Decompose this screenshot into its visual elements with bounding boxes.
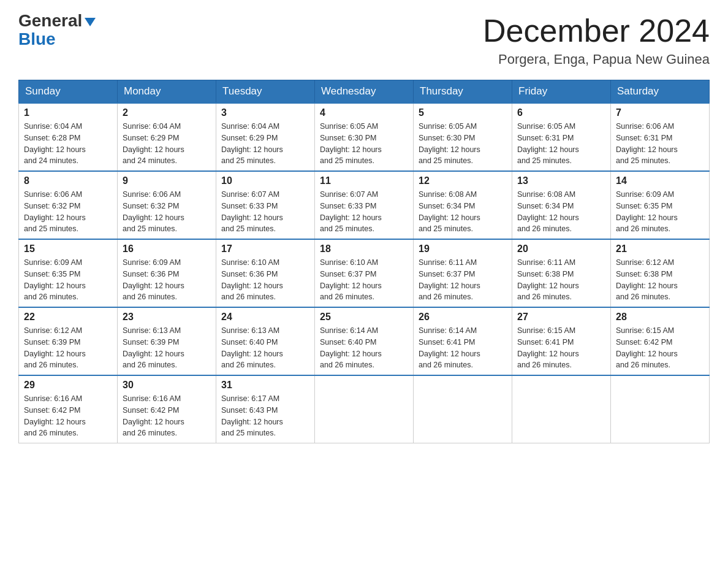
day-number: 29 <box>24 380 112 391</box>
week-row-5: 29 Sunrise: 6:16 AM Sunset: 6:42 PM Dayl… <box>19 375 710 443</box>
day-info: Sunrise: 6:16 AM Sunset: 6:42 PM Dayligh… <box>123 393 211 439</box>
day-info: Sunrise: 6:13 AM Sunset: 6:40 PM Dayligh… <box>221 325 309 371</box>
day-info: Sunrise: 6:06 AM Sunset: 6:32 PM Dayligh… <box>24 189 112 235</box>
day-info: Sunrise: 6:04 AM Sunset: 6:28 PM Dayligh… <box>24 121 112 167</box>
day-number: 20 <box>517 243 605 255</box>
day-number: 25 <box>320 312 408 323</box>
calendar-cell: 8 Sunrise: 6:06 AM Sunset: 6:32 PM Dayli… <box>19 171 118 239</box>
day-info: Sunrise: 6:05 AM Sunset: 6:30 PM Dayligh… <box>419 121 507 167</box>
week-row-3: 15 Sunrise: 6:09 AM Sunset: 6:35 PM Dayl… <box>19 239 710 307</box>
calendar-cell: 29 Sunrise: 6:16 AM Sunset: 6:42 PM Dayl… <box>19 375 118 443</box>
logo-general: General <box>18 11 82 30</box>
calendar-cell: 24 Sunrise: 6:13 AM Sunset: 6:40 PM Dayl… <box>216 307 315 375</box>
day-info: Sunrise: 6:09 AM Sunset: 6:35 PM Dayligh… <box>24 257 112 303</box>
day-info: Sunrise: 6:16 AM Sunset: 6:42 PM Dayligh… <box>24 393 112 439</box>
day-number: 18 <box>320 243 408 255</box>
day-number: 10 <box>221 175 309 186</box>
col-header-friday: Friday <box>512 80 611 104</box>
col-header-tuesday: Tuesday <box>216 80 315 104</box>
calendar-cell: 25 Sunrise: 6:14 AM Sunset: 6:40 PM Dayl… <box>315 307 414 375</box>
day-number: 7 <box>616 107 704 118</box>
calendar-cell: 12 Sunrise: 6:08 AM Sunset: 6:34 PM Dayl… <box>414 171 512 239</box>
day-info: Sunrise: 6:06 AM Sunset: 6:31 PM Dayligh… <box>616 121 704 167</box>
logo-arrow-icon <box>83 15 97 29</box>
day-info: Sunrise: 6:15 AM Sunset: 6:42 PM Dayligh… <box>616 325 704 371</box>
day-number: 24 <box>221 312 309 323</box>
day-number: 14 <box>616 175 704 186</box>
calendar-cell: 19 Sunrise: 6:11 AM Sunset: 6:37 PM Dayl… <box>414 239 512 307</box>
day-info: Sunrise: 6:14 AM Sunset: 6:40 PM Dayligh… <box>320 325 408 371</box>
week-row-4: 22 Sunrise: 6:12 AM Sunset: 6:39 PM Dayl… <box>19 307 710 375</box>
day-number: 31 <box>221 380 309 391</box>
day-info: Sunrise: 6:13 AM Sunset: 6:39 PM Dayligh… <box>123 325 211 371</box>
calendar-cell <box>414 375 512 443</box>
calendar-cell: 21 Sunrise: 6:12 AM Sunset: 6:38 PM Dayl… <box>611 239 710 307</box>
calendar-cell: 30 Sunrise: 6:16 AM Sunset: 6:42 PM Dayl… <box>118 375 216 443</box>
day-info: Sunrise: 6:11 AM Sunset: 6:37 PM Dayligh… <box>419 257 507 303</box>
logo: General Blue <box>18 12 97 49</box>
calendar-cell: 18 Sunrise: 6:10 AM Sunset: 6:37 PM Dayl… <box>315 239 414 307</box>
col-header-thursday: Thursday <box>414 80 512 104</box>
day-number: 11 <box>320 175 408 186</box>
day-number: 1 <box>24 107 112 118</box>
day-info: Sunrise: 6:17 AM Sunset: 6:43 PM Dayligh… <box>221 393 309 439</box>
day-number: 9 <box>123 175 211 186</box>
title-block: December 2024 Porgera, Enga, Papua New G… <box>483 12 710 67</box>
calendar-cell: 7 Sunrise: 6:06 AM Sunset: 6:31 PM Dayli… <box>611 103 710 171</box>
calendar-cell: 23 Sunrise: 6:13 AM Sunset: 6:39 PM Dayl… <box>118 307 216 375</box>
day-info: Sunrise: 6:08 AM Sunset: 6:34 PM Dayligh… <box>419 189 507 235</box>
calendar-cell <box>611 375 710 443</box>
calendar-cell: 14 Sunrise: 6:09 AM Sunset: 6:35 PM Dayl… <box>611 171 710 239</box>
day-info: Sunrise: 6:09 AM Sunset: 6:35 PM Dayligh… <box>616 189 704 235</box>
calendar-cell: 31 Sunrise: 6:17 AM Sunset: 6:43 PM Dayl… <box>216 375 315 443</box>
day-number: 13 <box>517 175 605 186</box>
day-info: Sunrise: 6:07 AM Sunset: 6:33 PM Dayligh… <box>320 189 408 235</box>
day-number: 26 <box>419 312 507 323</box>
col-header-saturday: Saturday <box>611 80 710 104</box>
calendar-cell: 11 Sunrise: 6:07 AM Sunset: 6:33 PM Dayl… <box>315 171 414 239</box>
day-info: Sunrise: 6:14 AM Sunset: 6:41 PM Dayligh… <box>419 325 507 371</box>
calendar-cell: 9 Sunrise: 6:06 AM Sunset: 6:32 PM Dayli… <box>118 171 216 239</box>
calendar-cell: 22 Sunrise: 6:12 AM Sunset: 6:39 PM Dayl… <box>19 307 118 375</box>
page-header: General Blue December 2024 Porgera, Enga… <box>18 12 710 67</box>
day-number: 15 <box>24 243 112 255</box>
week-row-2: 8 Sunrise: 6:06 AM Sunset: 6:32 PM Dayli… <box>19 171 710 239</box>
calendar-cell: 2 Sunrise: 6:04 AM Sunset: 6:29 PM Dayli… <box>118 103 216 171</box>
calendar-cell: 6 Sunrise: 6:05 AM Sunset: 6:31 PM Dayli… <box>512 103 611 171</box>
calendar-header-row: SundayMondayTuesdayWednesdayThursdayFrid… <box>19 80 710 104</box>
week-row-1: 1 Sunrise: 6:04 AM Sunset: 6:28 PM Dayli… <box>19 103 710 171</box>
logo-blue: Blue <box>18 29 56 49</box>
day-info: Sunrise: 6:12 AM Sunset: 6:38 PM Dayligh… <box>616 257 704 303</box>
day-info: Sunrise: 6:06 AM Sunset: 6:32 PM Dayligh… <box>123 189 211 235</box>
calendar-cell: 27 Sunrise: 6:15 AM Sunset: 6:41 PM Dayl… <box>512 307 611 375</box>
day-number: 30 <box>123 380 211 391</box>
calendar-cell: 17 Sunrise: 6:10 AM Sunset: 6:36 PM Dayl… <box>216 239 315 307</box>
day-info: Sunrise: 6:04 AM Sunset: 6:29 PM Dayligh… <box>123 121 211 167</box>
day-info: Sunrise: 6:04 AM Sunset: 6:29 PM Dayligh… <box>221 121 309 167</box>
day-info: Sunrise: 6:15 AM Sunset: 6:41 PM Dayligh… <box>517 325 605 371</box>
calendar-cell: 16 Sunrise: 6:09 AM Sunset: 6:36 PM Dayl… <box>118 239 216 307</box>
calendar-cell: 1 Sunrise: 6:04 AM Sunset: 6:28 PM Dayli… <box>19 103 118 171</box>
day-number: 2 <box>123 107 211 118</box>
calendar-cell: 13 Sunrise: 6:08 AM Sunset: 6:34 PM Dayl… <box>512 171 611 239</box>
day-number: 19 <box>419 243 507 255</box>
svg-marker-0 <box>85 18 96 26</box>
day-number: 12 <box>419 175 507 186</box>
col-header-monday: Monday <box>118 80 216 104</box>
day-number: 4 <box>320 107 408 118</box>
calendar-cell: 20 Sunrise: 6:11 AM Sunset: 6:38 PM Dayl… <box>512 239 611 307</box>
calendar-cell <box>512 375 611 443</box>
day-number: 27 <box>517 312 605 323</box>
calendar-cell: 15 Sunrise: 6:09 AM Sunset: 6:35 PM Dayl… <box>19 239 118 307</box>
location-title: Porgera, Enga, Papua New Guinea <box>483 52 710 67</box>
day-number: 21 <box>616 243 704 255</box>
day-info: Sunrise: 6:10 AM Sunset: 6:36 PM Dayligh… <box>221 257 309 303</box>
day-info: Sunrise: 6:05 AM Sunset: 6:31 PM Dayligh… <box>517 121 605 167</box>
calendar-table: SundayMondayTuesdayWednesdayThursdayFrid… <box>18 80 710 443</box>
calendar-cell: 5 Sunrise: 6:05 AM Sunset: 6:30 PM Dayli… <box>414 103 512 171</box>
day-info: Sunrise: 6:10 AM Sunset: 6:37 PM Dayligh… <box>320 257 408 303</box>
day-number: 3 <box>221 107 309 118</box>
day-info: Sunrise: 6:07 AM Sunset: 6:33 PM Dayligh… <box>221 189 309 235</box>
day-info: Sunrise: 6:11 AM Sunset: 6:38 PM Dayligh… <box>517 257 605 303</box>
calendar-cell <box>315 375 414 443</box>
